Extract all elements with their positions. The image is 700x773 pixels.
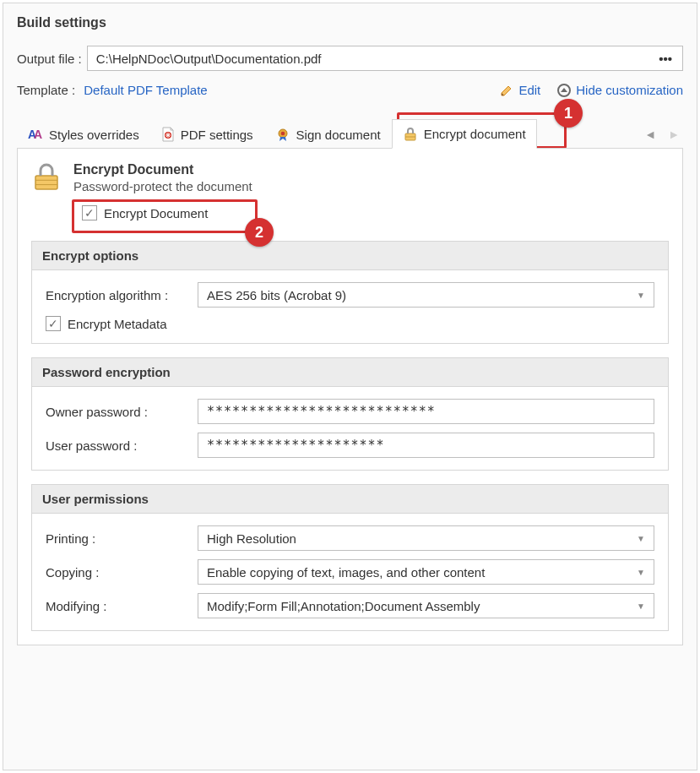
encrypt-metadata-checkbox[interactable] xyxy=(46,316,61,331)
encrypt-tab-content: Encrypt Document Password-protect the do… xyxy=(17,148,683,645)
collapse-icon xyxy=(557,84,571,97)
encrypt-metadata-label: Encrypt Metadata xyxy=(68,317,167,331)
copying-label: Copying : xyxy=(46,565,198,580)
build-settings-panel: Build settings Output file : ••• Templat… xyxy=(3,3,697,770)
output-file-label: Output file : xyxy=(17,52,82,66)
tab-prev-button[interactable]: ◄ xyxy=(644,128,656,141)
select-value: High Resolution xyxy=(207,531,296,546)
rosette-icon xyxy=(275,127,290,142)
encrypt-document-checkbox[interactable] xyxy=(82,205,97,220)
select-value: Modify;Form Fill;Annotation;Document Ass… xyxy=(207,599,480,613)
template-link[interactable]: Default PDF Template xyxy=(84,83,207,97)
encryption-algorithm-select[interactable]: AES 256 bits (Acrobat 9) ▼ xyxy=(198,282,654,308)
user-password-label: User password : xyxy=(46,438,198,453)
panel-title: Build settings xyxy=(17,15,683,30)
encrypt-title: Encrypt Document xyxy=(73,162,252,177)
tab-label: PDF settings xyxy=(181,128,253,142)
printing-label: Printing : xyxy=(46,531,198,546)
hide-customization-link[interactable]: Hide customization xyxy=(557,83,683,97)
chevron-down-icon: ▼ xyxy=(637,602,645,611)
tab-encrypt-document[interactable]: Encrypt document xyxy=(392,119,537,149)
edit-link[interactable]: Edit xyxy=(500,83,540,97)
select-value: AES 256 bits (Acrobat 9) xyxy=(207,288,346,302)
printing-select[interactable]: High Resolution ▼ xyxy=(198,525,654,551)
tab-scroll-nav: ◄ ► xyxy=(644,119,683,149)
svg-text:A: A xyxy=(34,128,42,141)
pdf-icon xyxy=(161,127,175,142)
modifying-label: Modifying : xyxy=(46,599,198,613)
password-encryption-group: Password encryption Owner password : ***… xyxy=(31,357,669,471)
tab-sign-document[interactable]: Sign document xyxy=(264,119,392,149)
lock-icon xyxy=(31,162,62,193)
output-file-row: Output file : ••• xyxy=(17,46,683,71)
hide-label: Hide customization xyxy=(576,83,683,97)
copying-select[interactable]: Enable copying of text, images, and othe… xyxy=(198,559,654,585)
user-password-input[interactable]: ********************* xyxy=(198,433,654,458)
browse-button[interactable]: ••• xyxy=(655,52,676,66)
password-value: ********************* xyxy=(207,438,385,453)
tab-pdf-settings[interactable]: PDF settings xyxy=(150,119,264,149)
user-permissions-group: User permissions Printing : High Resolut… xyxy=(31,484,669,631)
encrypt-document-checkbox-row: Encrypt Document xyxy=(73,202,669,224)
tab-next-button[interactable]: ► xyxy=(668,128,680,141)
pencil-icon xyxy=(500,84,513,97)
encrypt-document-checkbox-label: Encrypt Document xyxy=(104,206,208,220)
tab-label: Styles overrides xyxy=(49,128,139,142)
owner-password-input[interactable]: *************************** xyxy=(198,399,654,424)
edit-label: Edit xyxy=(518,83,540,97)
group-heading: Encrypt options xyxy=(32,242,668,270)
tab-styles-overrides[interactable]: AA Styles overrides xyxy=(17,119,150,149)
owner-password-label: Owner password : xyxy=(46,405,198,419)
encryption-algorithm-label: Encryption algorithm : xyxy=(46,288,198,302)
svg-point-4 xyxy=(280,132,285,136)
styles-icon: AA xyxy=(28,127,43,142)
callout-badge-2: 2 xyxy=(245,218,274,247)
encrypt-header: Encrypt Document Password-protect the do… xyxy=(31,162,669,193)
callout-badge-1: 1 xyxy=(554,99,583,128)
select-value: Enable copying of text, images, and othe… xyxy=(207,565,485,580)
group-heading: User permissions xyxy=(32,485,668,514)
encrypt-subtitle: Password-protect the document xyxy=(73,179,252,193)
tab-label: Sign document xyxy=(296,128,381,142)
password-value: *************************** xyxy=(207,404,436,419)
lock-icon xyxy=(403,127,418,142)
output-file-input[interactable] xyxy=(95,51,656,67)
template-row: Template : Default PDF Template Edit Hid… xyxy=(17,83,683,97)
output-file-field[interactable]: ••• xyxy=(87,46,683,71)
chevron-down-icon: ▼ xyxy=(637,568,645,577)
group-heading: Password encryption xyxy=(32,358,668,387)
chevron-down-icon: ▼ xyxy=(637,291,645,300)
modifying-select[interactable]: Modify;Form Fill;Annotation;Document Ass… xyxy=(198,593,654,618)
tabs-strip: AA Styles overrides PDF settings Sign do… xyxy=(17,119,683,149)
encrypt-options-group: Encrypt options Encryption algorithm : A… xyxy=(31,241,669,344)
tab-label: Encrypt document xyxy=(424,127,526,141)
template-label: Template : xyxy=(17,83,75,97)
chevron-down-icon: ▼ xyxy=(637,534,645,543)
svg-rect-7 xyxy=(35,176,57,189)
